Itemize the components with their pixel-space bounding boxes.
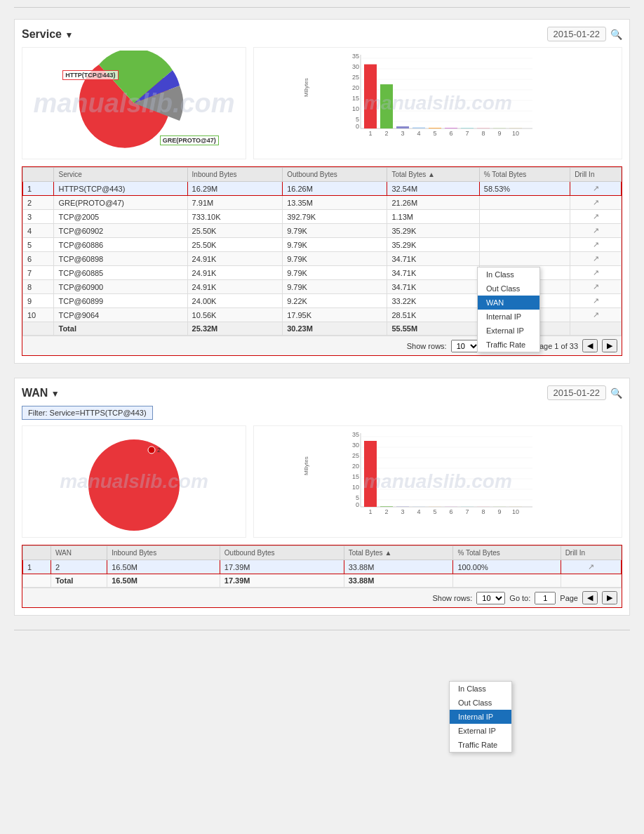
drill-icon[interactable]: ↗ bbox=[593, 184, 599, 192]
drill-icon[interactable]: ↗ bbox=[593, 240, 599, 249]
prev-page-button[interactable]: ◀ bbox=[582, 339, 598, 352]
svg-text:5: 5 bbox=[433, 508, 436, 515]
service-title[interactable]: Service ▼ bbox=[22, 28, 73, 41]
svg-rect-23 bbox=[445, 128, 457, 128]
wan-show-rows-select[interactable]: 102550 bbox=[476, 592, 505, 604]
drill-icon[interactable]: ↗ bbox=[593, 282, 599, 291]
row-drill[interactable]: ↗ bbox=[570, 238, 622, 252]
wan-row-drill[interactable]: ↗ bbox=[561, 560, 621, 574]
service-dropdown-arrow[interactable]: ▼ bbox=[65, 30, 73, 40]
row-drill[interactable]: ↗ bbox=[570, 252, 622, 266]
ctx2-out-class[interactable]: Out Class bbox=[450, 696, 511, 710]
wan-title[interactable]: WAN ▼ bbox=[22, 387, 60, 399]
ctx1-traffic-rate[interactable]: Traffic Rate bbox=[478, 338, 539, 352]
svg-text:5: 5 bbox=[356, 494, 359, 501]
row-drill[interactable]: ↗ bbox=[570, 266, 622, 280]
wan-dropdown-arrow[interactable]: ▼ bbox=[51, 389, 60, 399]
ctx2-in-class[interactable]: In Class bbox=[450, 682, 511, 696]
row-outbound: 9.79K bbox=[283, 224, 387, 238]
row-outbound: 9.79K bbox=[283, 252, 387, 266]
wan-search-icon[interactable]: 🔍 bbox=[610, 388, 622, 399]
row-service: HTTPS(TCP@443) bbox=[54, 182, 187, 196]
service-search-icon[interactable]: 🔍 bbox=[610, 29, 622, 40]
row-total: 33.22K bbox=[387, 294, 479, 308]
svg-rect-60 bbox=[380, 506, 393, 507]
wan-row-outbound: 17.39M bbox=[220, 560, 344, 574]
col-service: Service bbox=[54, 168, 187, 182]
wan-drill-icon[interactable]: ↗ bbox=[588, 562, 594, 571]
wan-next-page-button[interactable]: ▶ bbox=[602, 591, 617, 604]
wan-charts-row: manualslib.com 2 manualslib.com MBytes 3… bbox=[22, 425, 622, 538]
wan-table: WAN Inbound Bytes Outbound Bytes Total B… bbox=[22, 545, 622, 588]
wan-prev-page-button[interactable]: ◀ bbox=[582, 591, 598, 604]
wan-page-info: Page bbox=[560, 594, 578, 602]
row-service: TCP@2005 bbox=[54, 210, 187, 224]
svg-text:15: 15 bbox=[352, 95, 359, 102]
row-drill[interactable]: ↗ bbox=[570, 280, 622, 294]
total-total: 55.55M bbox=[387, 322, 479, 336]
ctx2-external-ip[interactable]: External IP bbox=[450, 724, 511, 738]
wan-row-inbound: 16.50M bbox=[107, 560, 220, 574]
row-drill[interactable]: ↗ bbox=[570, 210, 622, 224]
row-drill[interactable]: ↗ bbox=[570, 224, 622, 238]
col-inbound: Inbound Bytes bbox=[187, 168, 283, 182]
ctx1-in-class[interactable]: In Class bbox=[478, 267, 539, 282]
next-page-button[interactable]: ▶ bbox=[602, 339, 617, 352]
svg-text:0: 0 bbox=[356, 501, 359, 508]
wan-total-pct bbox=[453, 574, 561, 588]
row-service: TCP@60900 bbox=[54, 280, 187, 294]
drill-icon[interactable]: ↗ bbox=[593, 226, 599, 234]
wan-col-outbound: Outbound Bytes bbox=[220, 546, 344, 560]
ctx2-traffic-rate[interactable]: Traffic Rate bbox=[450, 738, 511, 752]
svg-text:5: 5 bbox=[433, 130, 436, 137]
svg-text:MBytes: MBytes bbox=[303, 456, 309, 475]
ctx1-out-class[interactable]: Out Class bbox=[478, 282, 539, 296]
table-row: 4 TCP@60902 25.50K 9.79K 35.29K ↗ bbox=[23, 224, 622, 238]
ctx2-internal-ip[interactable]: Internal IP bbox=[450, 710, 511, 724]
row-service: TCP@60902 bbox=[54, 224, 187, 238]
row-inbound: 25.50K bbox=[187, 224, 283, 238]
row-num: 9 bbox=[23, 294, 54, 308]
col-pct: % Total Bytes bbox=[479, 168, 570, 182]
drill-icon[interactable]: ↗ bbox=[593, 268, 599, 277]
svg-text:9: 9 bbox=[497, 508, 501, 515]
svg-text:3: 3 bbox=[401, 130, 404, 137]
drill-icon[interactable]: ↗ bbox=[593, 310, 599, 319]
drill-icon[interactable]: ↗ bbox=[593, 254, 599, 263]
service-section-header: Service ▼ 2015-01-22 🔍 bbox=[22, 27, 622, 41]
wan-goto-input[interactable] bbox=[535, 592, 556, 604]
row-drill[interactable]: ↗ bbox=[570, 182, 622, 196]
wan-col-num bbox=[23, 546, 51, 560]
table-row: 2 GRE(PROTO@47) 7.91M 13.35M 21.26M ↗ bbox=[23, 196, 622, 210]
svg-text:15: 15 bbox=[352, 473, 359, 480]
row-drill[interactable]: ↗ bbox=[570, 308, 622, 322]
svg-text:2: 2 bbox=[157, 446, 161, 454]
row-service: TCP@60899 bbox=[54, 294, 187, 308]
col-drill: Drill In bbox=[570, 168, 622, 182]
ctx1-wan[interactable]: WAN bbox=[478, 296, 539, 310]
row-outbound: 16.26M bbox=[283, 182, 387, 196]
svg-text:10: 10 bbox=[512, 130, 519, 137]
row-num: 1 bbox=[23, 182, 54, 196]
ctx1-internal-ip[interactable]: Internal IP bbox=[478, 310, 539, 324]
service-date: 2015-01-22 bbox=[554, 29, 601, 39]
wan-section-header: WAN ▼ 2015-01-22 🔍 bbox=[22, 385, 622, 400]
col-num bbox=[23, 168, 54, 182]
wan-title-text: WAN bbox=[22, 387, 48, 399]
svg-point-39 bbox=[148, 446, 155, 454]
row-drill[interactable]: ↗ bbox=[570, 196, 622, 210]
show-rows-select[interactable]: 102550 bbox=[451, 340, 480, 352]
drill-icon[interactable]: ↗ bbox=[593, 296, 599, 305]
row-total: 35.29K bbox=[387, 238, 479, 252]
row-pct bbox=[479, 224, 570, 238]
drill-icon[interactable]: ↗ bbox=[593, 198, 599, 206]
row-drill[interactable]: ↗ bbox=[570, 294, 622, 308]
svg-text:25: 25 bbox=[352, 452, 359, 459]
svg-text:2: 2 bbox=[384, 130, 388, 137]
row-outbound: 17.95K bbox=[283, 308, 387, 322]
drill-icon[interactable]: ↗ bbox=[593, 212, 599, 220]
page-info: Page 1 of 33 bbox=[535, 342, 578, 350]
total-label bbox=[23, 322, 54, 336]
ctx1-external-ip[interactable]: External IP bbox=[478, 324, 539, 338]
row-total: 21.26M bbox=[387, 196, 479, 210]
